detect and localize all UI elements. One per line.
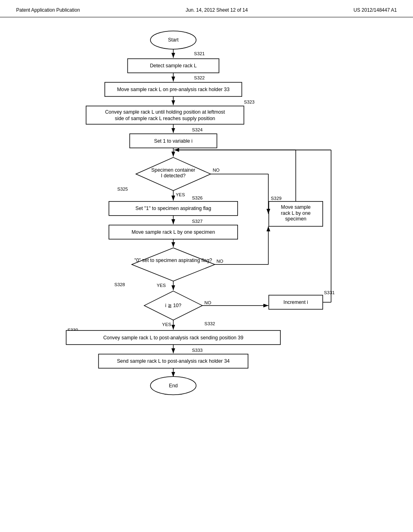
- svg-text:S321: S321: [194, 51, 204, 56]
- svg-text:S328: S328: [114, 282, 125, 287]
- flowchart-svg: Start S321 Detect sample rack L S322 Mov…: [0, 21, 413, 445]
- svg-text:specimen: specimen: [285, 216, 307, 222]
- svg-text:S326: S326: [192, 195, 202, 200]
- svg-text:NO: NO: [217, 259, 223, 264]
- svg-text:S329: S329: [271, 196, 282, 201]
- svg-text:i ≧ 10?: i ≧ 10?: [165, 303, 181, 308]
- svg-text:Set "1" to specimen aspirating: Set "1" to specimen aspirating flag: [136, 206, 211, 211]
- svg-text:S323: S323: [244, 100, 254, 104]
- svg-text:End: End: [169, 383, 178, 389]
- header-center: Jun. 14, 2012 Sheet 12 of 14: [186, 7, 248, 13]
- svg-text:YES: YES: [176, 192, 185, 197]
- svg-text:"0" set to specimen aspirating: "0" set to specimen aspirating flag?: [134, 258, 212, 263]
- svg-text:Convey sample rack L until hol: Convey sample rack L until holding posit…: [105, 109, 225, 115]
- svg-text:S331: S331: [324, 290, 334, 295]
- svg-text:S333: S333: [192, 348, 202, 353]
- svg-text:YES: YES: [156, 283, 166, 288]
- svg-text:NO: NO: [213, 168, 219, 172]
- svg-text:NO: NO: [204, 300, 211, 305]
- svg-text:Specimen container: Specimen container: [151, 167, 195, 173]
- header-right: US 2012/148447 A1: [354, 7, 397, 13]
- svg-text:S327: S327: [192, 219, 202, 224]
- svg-text:side of sample rack L reaches : side of sample rack L reaches supply pos…: [115, 116, 215, 121]
- svg-text:Move sample: Move sample: [281, 204, 311, 210]
- svg-text:S322: S322: [194, 75, 204, 80]
- svg-text:Send sample rack L to post-ana: Send sample rack L to post-analysis rack…: [117, 358, 230, 364]
- svg-text:S325: S325: [117, 187, 128, 191]
- svg-text:Detect sample rack L: Detect sample rack L: [150, 63, 197, 69]
- svg-text:Increment i: Increment i: [284, 299, 308, 305]
- svg-text:I detected?: I detected?: [161, 173, 186, 179]
- svg-text:Move sample rack L by one spec: Move sample rack L by one specimen: [131, 229, 215, 235]
- svg-text:YES: YES: [162, 322, 171, 327]
- svg-text:Convey sample rack L to post-a: Convey sample rack L to post-analysis ra…: [103, 335, 244, 341]
- diagram-area: Start S321 Detect sample rack L S322 Mov…: [0, 21, 413, 477]
- page-header: Patent Application Publication Jun. 14, …: [0, 0, 413, 17]
- svg-text:Start: Start: [168, 37, 179, 43]
- svg-text:Set 1 to variable i: Set 1 to variable i: [154, 138, 192, 144]
- svg-text:S332: S332: [204, 321, 215, 326]
- svg-text:Move sample rack L on pre-anal: Move sample rack L on pre-analysis rack …: [117, 87, 229, 92]
- svg-marker-36: [132, 248, 215, 281]
- svg-text:rack L by one: rack L by one: [281, 210, 311, 216]
- svg-text:S324: S324: [192, 127, 202, 132]
- header-left: Patent Application Publication: [16, 7, 80, 13]
